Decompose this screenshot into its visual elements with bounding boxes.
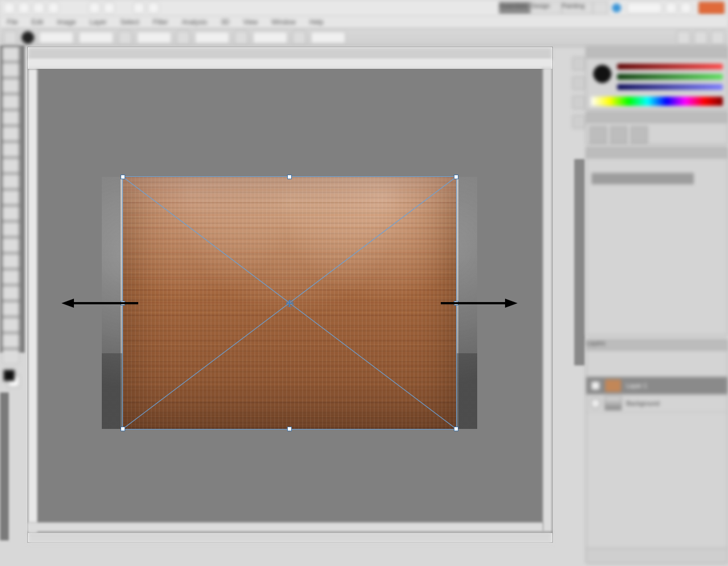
cs-live-icon[interactable] (612, 3, 621, 13)
menu-file[interactable]: File (5, 17, 20, 27)
move-tool[interactable] (2, 47, 19, 61)
app-icon[interactable] (3, 2, 15, 14)
panel-icon[interactable] (572, 96, 586, 109)
stamp-tool[interactable] (2, 174, 19, 189)
blur-tool[interactable] (2, 238, 19, 253)
window-maximize[interactable] (680, 2, 692, 14)
titlebar-btn[interactable] (33, 2, 44, 14)
slider-red[interactable] (617, 64, 723, 69)
option-field[interactable] (195, 31, 230, 44)
option-field[interactable] (253, 31, 288, 44)
titlebar-btn[interactable] (48, 2, 59, 14)
option-field[interactable] (136, 31, 172, 44)
canvas-area[interactable] (28, 69, 552, 533)
titlebar-btn[interactable] (18, 2, 30, 14)
swatch-thumb[interactable] (631, 126, 648, 143)
foreground-swatch[interactable] (22, 31, 34, 44)
eraser-tool[interactable] (2, 206, 19, 221)
image-canvas[interactable] (102, 177, 477, 429)
scrollbar-horizontal[interactable] (28, 522, 543, 532)
layer-thumbnail[interactable] (605, 396, 622, 410)
layer-row[interactable]: Background (586, 395, 727, 412)
pen-tool[interactable] (2, 270, 19, 284)
layer-thumbnail[interactable] (605, 379, 622, 393)
menu-analysis[interactable]: Analysis (179, 17, 209, 27)
adjustments-panel-header[interactable] (586, 147, 727, 158)
titlebar-btn[interactable] (148, 2, 159, 14)
heal-tool[interactable] (2, 142, 19, 157)
layer-name[interactable]: Layer 1 (626, 382, 647, 389)
layers-footer[interactable] (586, 548, 727, 563)
menu-select[interactable]: Select (118, 17, 141, 27)
titlebar-btn[interactable] (133, 2, 144, 14)
path-tool[interactable] (2, 301, 19, 316)
ruler-vertical[interactable] (28, 69, 38, 533)
history-brush-tool[interactable] (2, 190, 19, 205)
brush-tool[interactable] (2, 158, 19, 173)
menu-window[interactable]: Window (269, 17, 298, 27)
option-toggle[interactable] (292, 31, 306, 44)
option-field[interactable] (311, 31, 346, 44)
collapsed-dock-strip[interactable] (574, 159, 585, 365)
foreground-color[interactable] (3, 370, 15, 381)
menu-image[interactable]: Image (55, 17, 78, 27)
window-minimize[interactable] (665, 2, 677, 14)
layers-panel-header[interactable]: Layers (586, 340, 727, 350)
ruler-horizontal[interactable] (28, 59, 552, 69)
options-menu-icon[interactable] (711, 31, 725, 44)
workspace-option[interactable]: Design (530, 2, 561, 14)
workspace-active[interactable]: Essentials (499, 2, 530, 14)
gradient-tool[interactable] (2, 222, 19, 237)
menu-help[interactable]: Help (307, 17, 326, 27)
option-toggle[interactable] (176, 31, 190, 44)
menu-3d[interactable]: 3D (218, 17, 231, 27)
scrollbar-vertical[interactable] (543, 68, 552, 532)
option-toggle[interactable] (234, 31, 248, 44)
titlebar-btn[interactable] (89, 2, 100, 14)
lasso-tool[interactable] (2, 79, 19, 93)
collapsed-dock-strip[interactable] (0, 393, 9, 540)
color-panel-header[interactable] (586, 47, 727, 58)
workspace-option[interactable]: Painting (561, 2, 593, 14)
cs-live[interactable] (627, 2, 662, 14)
swatches-panel-header[interactable] (586, 112, 727, 123)
wand-tool[interactable] (2, 94, 19, 109)
hand-tool[interactable] (2, 333, 19, 348)
zoom-tool[interactable] (2, 349, 19, 364)
visibility-toggle-icon[interactable] (591, 381, 600, 390)
option-field[interactable] (39, 31, 74, 44)
layers-options-row[interactable] (586, 350, 727, 377)
type-tool[interactable] (2, 286, 19, 300)
titlebar-btn[interactable] (104, 2, 115, 14)
menu-layer[interactable]: Layer (87, 17, 109, 27)
option-toggle[interactable] (118, 31, 132, 44)
panel-icon[interactable] (572, 76, 586, 90)
fg-bg-swatches[interactable] (2, 370, 18, 387)
document-tabbar[interactable] (28, 47, 552, 59)
tool-preset-picker[interactable] (3, 31, 17, 44)
swatch-thumb[interactable] (590, 126, 607, 143)
slider-blue[interactable] (617, 84, 723, 90)
layer-name[interactable]: Background (626, 400, 660, 407)
panel-icon[interactable] (572, 115, 586, 129)
marquee-tool[interactable] (2, 63, 19, 77)
menu-filter[interactable]: Filter (151, 17, 171, 27)
cancel-icon[interactable] (694, 31, 708, 44)
menu-view[interactable]: View (241, 17, 260, 27)
menu-edit[interactable]: Edit (29, 17, 46, 27)
shape-tool[interactable] (2, 317, 19, 332)
swatch-thumb[interactable] (610, 126, 627, 143)
visibility-toggle-icon[interactable] (591, 399, 600, 408)
layer-row[interactable]: Layer 1 (586, 377, 727, 395)
option-field[interactable] (78, 31, 114, 44)
dodge-tool[interactable] (2, 254, 19, 268)
free-transform-layer[interactable] (123, 177, 456, 429)
workspace-switcher[interactable]: Essentials Design Painting (499, 2, 609, 14)
window-close[interactable] (698, 2, 725, 14)
eyedropper-tool[interactable] (2, 126, 19, 141)
color-foreground-swatch[interactable] (593, 65, 611, 83)
workspace-more[interactable] (593, 2, 609, 14)
color-spectrum[interactable] (591, 97, 723, 106)
commit-icon[interactable] (677, 31, 690, 44)
panel-icon[interactable] (572, 57, 586, 71)
